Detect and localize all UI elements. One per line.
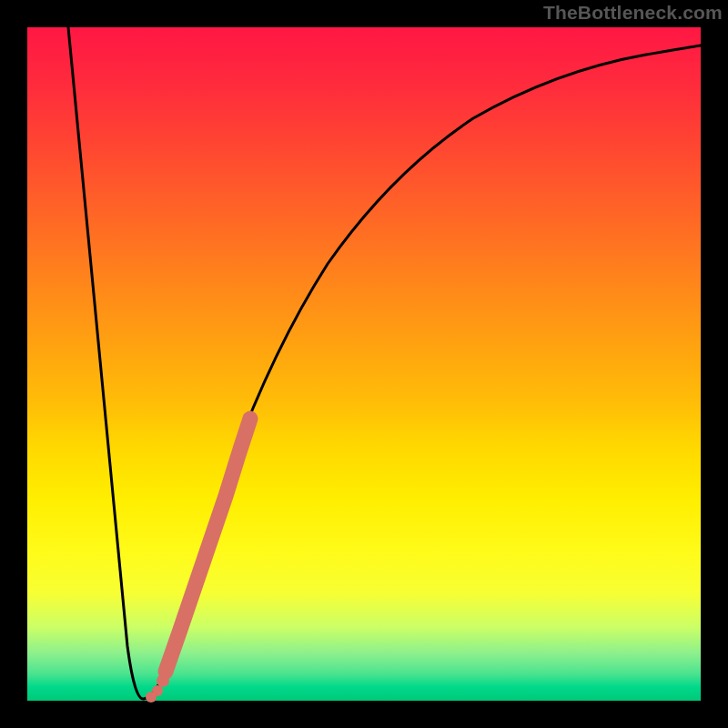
highlight-dot: [157, 674, 169, 687]
watermark-text: TheBottleneck.com: [543, 2, 723, 24]
plot-area: [27, 27, 701, 701]
curve-svg: [27, 27, 701, 701]
highlight-segment: [166, 419, 250, 672]
highlight-dot: [146, 692, 157, 703]
bottleneck-curve: [68, 27, 701, 699]
chart-frame: TheBottleneck.com: [0, 0, 728, 728]
